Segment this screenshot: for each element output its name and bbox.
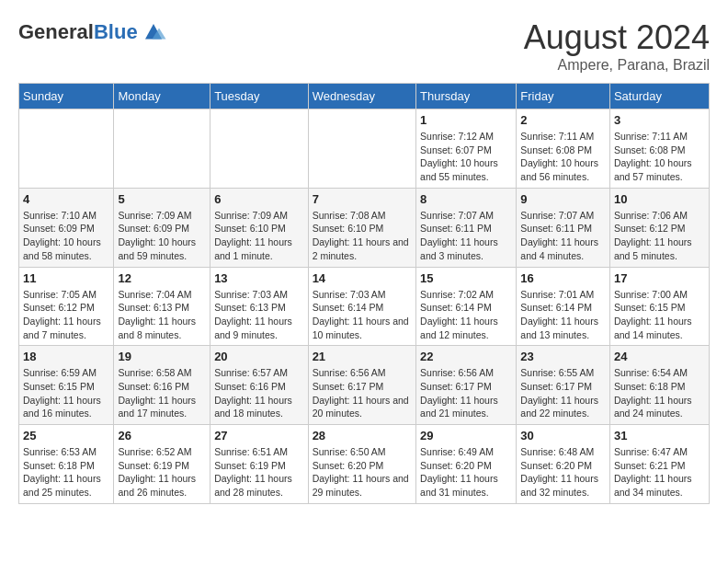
day-number: 22 (420, 350, 512, 363)
day-of-week-header: Tuesday (210, 84, 309, 109)
location-subtitle: Ampere, Parana, Brazil (524, 57, 710, 74)
day-number: 15 (420, 271, 512, 285)
day-info: Sunrise: 6:53 AMSunset: 6:18 PMDaylight:… (23, 445, 109, 500)
calendar-cell: 12Sunrise: 7:04 AMSunset: 6:13 PMDayligh… (114, 267, 210, 346)
day-number: 5 (118, 192, 206, 206)
day-info: Sunrise: 6:49 AMSunset: 6:20 PMDaylight:… (420, 445, 512, 500)
calendar-cell (308, 109, 415, 189)
calendar-week-row: 4Sunrise: 7:10 AMSunset: 6:09 PMDaylight… (19, 188, 710, 267)
day-number: 2 (520, 113, 606, 127)
day-info: Sunrise: 7:08 AMSunset: 6:10 PMDaylight:… (313, 209, 412, 263)
day-info: Sunrise: 6:50 AMSunset: 6:20 PMDaylight:… (313, 445, 412, 500)
calendar-cell: 2Sunrise: 7:11 AMSunset: 6:08 PMDaylight… (517, 109, 610, 189)
calendar-week-row: 11Sunrise: 7:05 AMSunset: 6:12 PMDayligh… (19, 267, 710, 346)
calendar-cell: 25Sunrise: 6:53 AMSunset: 6:18 PMDayligh… (19, 425, 114, 504)
calendar-cell: 7Sunrise: 7:08 AMSunset: 6:10 PMDaylight… (308, 188, 415, 267)
calendar-cell: 19Sunrise: 6:58 AMSunset: 6:16 PMDayligh… (114, 346, 210, 425)
calendar-week-row: 25Sunrise: 6:53 AMSunset: 6:18 PMDayligh… (19, 425, 710, 504)
day-info: Sunrise: 7:11 AMSunset: 6:08 PMDaylight:… (520, 130, 606, 184)
day-info: Sunrise: 6:54 AMSunset: 6:18 PMDaylight:… (614, 366, 705, 420)
day-number: 19 (118, 350, 206, 363)
calendar-cell: 5Sunrise: 7:09 AMSunset: 6:09 PMDaylight… (114, 188, 210, 267)
calendar-cell: 11Sunrise: 7:05 AMSunset: 6:12 PMDayligh… (19, 267, 114, 346)
day-number: 21 (313, 350, 412, 363)
calendar-cell: 9Sunrise: 7:07 AMSunset: 6:11 PMDaylight… (517, 188, 610, 267)
day-number: 18 (23, 350, 109, 363)
day-info: Sunrise: 6:47 AMSunset: 6:21 PMDaylight:… (614, 445, 705, 500)
day-number: 20 (214, 350, 304, 363)
day-info: Sunrise: 7:09 AMSunset: 6:10 PMDaylight:… (214, 209, 304, 263)
day-number: 25 (23, 429, 109, 442)
calendar-cell: 18Sunrise: 6:59 AMSunset: 6:15 PMDayligh… (19, 346, 114, 425)
calendar-cell: 22Sunrise: 6:56 AMSunset: 6:17 PMDayligh… (416, 346, 517, 425)
day-info: Sunrise: 6:55 AMSunset: 6:17 PMDaylight:… (520, 366, 606, 420)
day-info: Sunrise: 7:07 AMSunset: 6:11 PMDaylight:… (520, 209, 606, 263)
day-of-week-header: Thursday (416, 84, 517, 109)
day-info: Sunrise: 6:48 AMSunset: 6:20 PMDaylight:… (520, 445, 606, 500)
calendar-cell: 24Sunrise: 6:54 AMSunset: 6:18 PMDayligh… (609, 346, 709, 425)
day-info: Sunrise: 7:03 AMSunset: 6:13 PMDaylight:… (214, 288, 304, 342)
calendar-cell: 30Sunrise: 6:48 AMSunset: 6:20 PMDayligh… (517, 425, 610, 504)
day-info: Sunrise: 7:06 AMSunset: 6:12 PMDaylight:… (614, 209, 705, 263)
day-number: 4 (23, 192, 109, 206)
day-number: 11 (23, 271, 109, 285)
day-info: Sunrise: 6:58 AMSunset: 6:16 PMDaylight:… (118, 366, 206, 420)
calendar-cell: 21Sunrise: 6:56 AMSunset: 6:17 PMDayligh… (308, 346, 415, 425)
day-of-week-header: Friday (517, 84, 610, 109)
calendar-cell: 17Sunrise: 7:00 AMSunset: 6:15 PMDayligh… (609, 267, 709, 346)
day-info: Sunrise: 6:59 AMSunset: 6:15 PMDaylight:… (23, 366, 109, 420)
page-header: GeneralBlue August 2024 Ampere, Parana, … (18, 18, 710, 74)
calendar-header-row: SundayMondayTuesdayWednesdayThursdayFrid… (19, 84, 710, 109)
day-info: Sunrise: 7:10 AMSunset: 6:09 PMDaylight:… (23, 209, 109, 263)
day-info: Sunrise: 7:01 AMSunset: 6:14 PMDaylight:… (520, 288, 606, 342)
calendar-cell: 3Sunrise: 7:11 AMSunset: 6:08 PMDaylight… (609, 109, 709, 189)
calendar-cell (114, 109, 210, 189)
calendar-cell: 10Sunrise: 7:06 AMSunset: 6:12 PMDayligh… (609, 188, 709, 267)
logo-general-text: GeneralBlue (18, 20, 138, 44)
day-number: 27 (214, 429, 304, 442)
day-of-week-header: Sunday (19, 84, 114, 109)
calendar-cell (19, 109, 114, 189)
calendar-cell: 29Sunrise: 6:49 AMSunset: 6:20 PMDayligh… (416, 425, 517, 504)
day-info: Sunrise: 7:09 AMSunset: 6:09 PMDaylight:… (118, 209, 206, 263)
day-number: 7 (313, 192, 412, 206)
day-info: Sunrise: 6:56 AMSunset: 6:17 PMDaylight:… (420, 366, 512, 420)
day-info: Sunrise: 6:51 AMSunset: 6:19 PMDaylight:… (214, 445, 304, 500)
day-number: 12 (118, 271, 206, 285)
day-number: 3 (614, 113, 705, 127)
day-number: 13 (214, 271, 304, 285)
day-info: Sunrise: 7:11 AMSunset: 6:08 PMDaylight:… (614, 130, 705, 184)
calendar-cell: 1Sunrise: 7:12 AMSunset: 6:07 PMDaylight… (416, 109, 517, 189)
calendar-cell: 4Sunrise: 7:10 AMSunset: 6:09 PMDaylight… (19, 188, 114, 267)
day-number: 1 (420, 113, 512, 127)
day-info: Sunrise: 7:02 AMSunset: 6:14 PMDaylight:… (420, 288, 512, 342)
calendar-cell: 15Sunrise: 7:02 AMSunset: 6:14 PMDayligh… (416, 267, 517, 346)
day-info: Sunrise: 6:52 AMSunset: 6:19 PMDaylight:… (118, 445, 206, 500)
day-number: 23 (520, 350, 606, 363)
calendar-cell (210, 109, 309, 189)
calendar-cell: 27Sunrise: 6:51 AMSunset: 6:19 PMDayligh… (210, 425, 309, 504)
day-info: Sunrise: 7:04 AMSunset: 6:13 PMDaylight:… (118, 288, 206, 342)
day-number: 31 (614, 429, 705, 442)
day-number: 30 (520, 429, 606, 442)
logo-icon (140, 18, 167, 46)
calendar-cell: 28Sunrise: 6:50 AMSunset: 6:20 PMDayligh… (308, 425, 415, 504)
calendar-week-row: 1Sunrise: 7:12 AMSunset: 6:07 PMDaylight… (19, 109, 710, 189)
day-of-week-header: Monday (114, 84, 210, 109)
calendar-cell: 16Sunrise: 7:01 AMSunset: 6:14 PMDayligh… (517, 267, 610, 346)
day-of-week-header: Saturday (609, 84, 709, 109)
calendar-cell: 13Sunrise: 7:03 AMSunset: 6:13 PMDayligh… (210, 267, 309, 346)
calendar-cell: 31Sunrise: 6:47 AMSunset: 6:21 PMDayligh… (609, 425, 709, 504)
day-number: 29 (420, 429, 512, 442)
calendar-table: SundayMondayTuesdayWednesdayThursdayFrid… (18, 83, 710, 504)
day-of-week-header: Wednesday (308, 84, 415, 109)
calendar-week-row: 18Sunrise: 6:59 AMSunset: 6:15 PMDayligh… (19, 346, 710, 425)
calendar-cell: 14Sunrise: 7:03 AMSunset: 6:14 PMDayligh… (308, 267, 415, 346)
day-number: 14 (313, 271, 412, 285)
calendar-cell: 23Sunrise: 6:55 AMSunset: 6:17 PMDayligh… (517, 346, 610, 425)
day-number: 8 (420, 192, 512, 206)
calendar-cell: 26Sunrise: 6:52 AMSunset: 6:19 PMDayligh… (114, 425, 210, 504)
day-number: 28 (313, 429, 412, 442)
day-number: 26 (118, 429, 206, 442)
day-info: Sunrise: 7:12 AMSunset: 6:07 PMDaylight:… (420, 130, 512, 184)
